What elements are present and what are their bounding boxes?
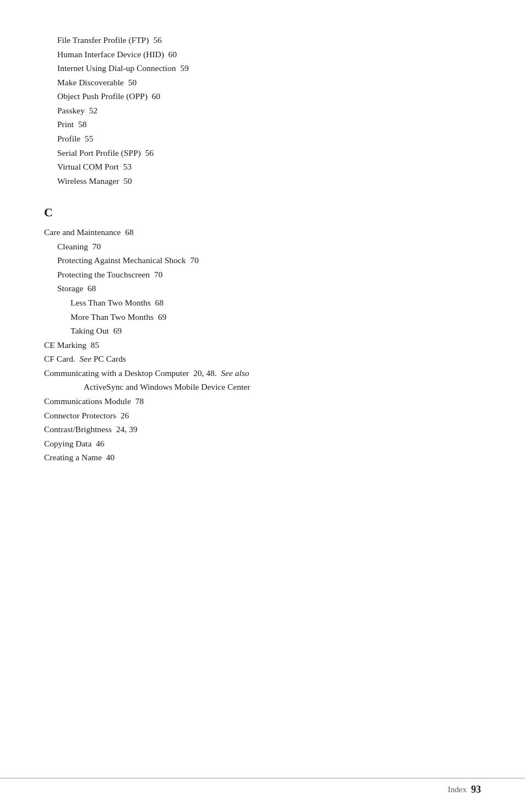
page-footer: Index 93	[0, 778, 525, 795]
list-item: Passkey 52	[44, 103, 481, 118]
list-item: Object Push Profile (OPP) 60	[44, 89, 481, 103]
list-item: Make Discoverable 50	[44, 75, 481, 90]
list-item: Communicating with a Desktop Computer 20…	[44, 366, 481, 394]
footer-page-number: 93	[471, 784, 481, 795]
list-item: Copying Data 46	[44, 437, 481, 451]
list-item: Serial Port Profile (SPP) 56	[44, 146, 481, 160]
list-item: Wireless Manager 50	[44, 174, 481, 188]
list-item: Print 58	[44, 117, 481, 132]
list-item: File Transfer Profile (FTP) 56	[44, 33, 481, 47]
page-content: File Transfer Profile (FTP) 56 Human Int…	[44, 33, 481, 768]
section-letter-c: C	[44, 205, 481, 220]
list-item: Virtual COM Port 53	[44, 160, 481, 174]
list-item: Protecting the Touchscreen 70	[44, 268, 481, 282]
list-item: Storage 68	[44, 281, 481, 296]
list-item: Profile 55	[44, 132, 481, 146]
list-item: Contrast/Brightness 24, 39	[44, 422, 481, 437]
list-item: Communications Module 78	[44, 394, 481, 408]
list-item: Care and Maintenance 68	[44, 225, 481, 239]
list-item: Human Interface Device (HID) 60	[44, 47, 481, 62]
list-item: Cleaning 70	[44, 239, 481, 254]
list-item: More Than Two Months 69	[44, 310, 481, 324]
list-item: CE Marking 85	[44, 338, 481, 352]
list-item: Less Than Two Months 68	[44, 296, 481, 310]
list-item: Protecting Against Mechanical Shock 70	[44, 253, 481, 268]
section-c: C Care and Maintenance 68 Cleaning 70 Pr…	[44, 205, 481, 465]
list-item: CF Card. See PC Cards	[44, 352, 481, 366]
list-item: Taking Out 69	[44, 324, 481, 338]
creating-name: Creating a Name 40	[44, 450, 481, 465]
list-item: Internet Using Dial-up Connection 59	[44, 61, 481, 75]
footer-index-label: Index	[448, 785, 467, 794]
section-b-entries: File Transfer Profile (FTP) 56 Human Int…	[44, 33, 481, 188]
connector-protectors: Connector Protectors 26	[44, 408, 481, 423]
